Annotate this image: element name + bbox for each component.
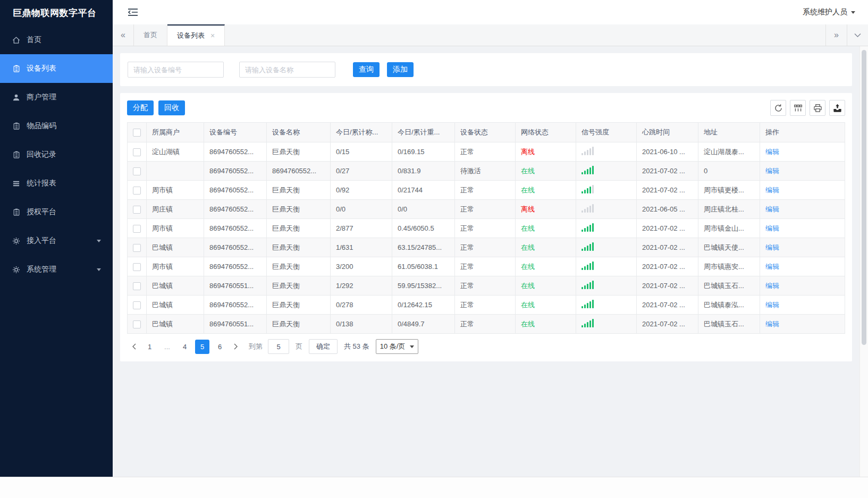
select-caret-icon (410, 345, 414, 350)
content: 查询 添加 分配 回收 所属商户设备编号设备名称今日/累计称...今日/累计重.… (113, 46, 868, 477)
sidebar: 巨鼎物联网数字平台 首页设备列表商户管理物品编码回收记录统计报表授权平台接入平台… (0, 0, 113, 477)
select-all-checkbox[interactable] (133, 129, 141, 137)
sidebar-item-5[interactable]: 回收记录 (0, 140, 113, 169)
today-count-cell: 0/138 (331, 315, 392, 334)
jump-label: 到第 (249, 342, 263, 351)
heartbeat-cell: 2021-07-02 ... (637, 181, 698, 200)
vertical-scrollbar[interactable] (859, 46, 868, 477)
edit-link[interactable]: 编辑 (765, 243, 779, 251)
action-cell: 编辑 (760, 315, 845, 334)
tabs-menu-button[interactable] (847, 24, 868, 46)
close-tab-icon[interactable]: × (210, 32, 215, 39)
device-status-cell: 正常 (455, 142, 516, 162)
row-checkbox[interactable] (133, 206, 141, 214)
clipboard-icon (12, 208, 21, 216)
column-header: 操作 (760, 123, 845, 142)
row-checkbox[interactable] (133, 301, 141, 309)
sidebar-item-3[interactable]: 商户管理 (0, 83, 113, 112)
sidebar-item-4[interactable]: 物品编码 (0, 112, 113, 140)
sidebar-item-6[interactable]: 统计报表 (0, 169, 113, 198)
edit-link[interactable]: 编辑 (765, 263, 779, 271)
query-button[interactable]: 查询 (353, 62, 380, 77)
device-no-input[interactable] (128, 62, 224, 78)
network-status-cell: 在线 (516, 296, 576, 315)
confirm-page-button[interactable]: 确定 (309, 339, 338, 354)
page-button-4[interactable]: 4 (178, 340, 192, 354)
address-cell: 巴城镇玉石... (698, 276, 760, 296)
collapse-sidebar-button[interactable] (128, 8, 138, 16)
user-menu[interactable]: 系统维护人员 (803, 7, 855, 17)
sidebar-item-8[interactable]: 接入平台 (0, 226, 113, 255)
scroll-tabs-left-button[interactable]: « (113, 24, 134, 46)
page-button-5[interactable]: 5 (195, 340, 209, 354)
next-page-button[interactable] (229, 340, 242, 354)
edit-link[interactable]: 编辑 (765, 301, 779, 309)
topbar: 系统维护人员 (113, 0, 868, 24)
table-row: 巴城镇8694760552...巨鼎天衡1/63163.15/24785...正… (128, 238, 845, 257)
jump-page-input[interactable] (268, 339, 289, 354)
row-checkbox[interactable] (133, 320, 141, 328)
network-status: 离线 (521, 205, 535, 213)
vertical-scrollbar-thumb[interactable] (862, 50, 866, 345)
network-status-cell: 在线 (516, 238, 576, 257)
action-cell: 编辑 (760, 181, 845, 200)
row-checkbox[interactable] (133, 148, 141, 156)
row-checkbox[interactable] (133, 187, 141, 195)
sidebar-item-1[interactable]: 首页 (0, 26, 113, 54)
signal-cell (576, 142, 637, 162)
assign-button[interactable]: 分配 (127, 100, 154, 115)
signal-cell (576, 315, 637, 334)
page-button-1[interactable]: 1 (142, 340, 157, 354)
table-row: 周市镇8694760552...巨鼎天衡3/20061.05/6038.1正常在… (128, 257, 845, 276)
edit-link[interactable]: 编辑 (765, 282, 779, 290)
heartbeat-cell: 2021-07-02 ... (637, 296, 698, 315)
edit-link[interactable]: 编辑 (765, 186, 779, 194)
page-button-6[interactable]: 6 (213, 340, 227, 354)
sidebar-item-7[interactable]: 授权平台 (0, 198, 113, 226)
merchant-cell: 周市镇 (147, 181, 204, 200)
row-select-cell (128, 142, 147, 162)
column-header: 地址 (698, 123, 760, 142)
refresh-button[interactable] (770, 100, 786, 116)
row-checkbox[interactable] (133, 263, 141, 271)
tab-2[interactable]: 设备列表× (167, 24, 225, 46)
prev-page-button[interactable] (127, 340, 141, 354)
scroll-tabs-right-button[interactable]: » (825, 24, 847, 46)
device-table: 所属商户设备编号设备名称今日/累计称...今日/累计重...设备状态网络状态信号… (127, 122, 845, 334)
edit-link[interactable]: 编辑 (765, 205, 779, 213)
heartbeat-cell: 2021-07-02 ... (637, 276, 698, 296)
sidebar-item-2[interactable]: 设备列表 (0, 54, 113, 83)
sidebar-item-9[interactable]: 系统管理 (0, 255, 113, 284)
add-button[interactable]: 添加 (387, 62, 414, 77)
merchant-cell: 周市镇 (147, 257, 204, 276)
today-count-cell: 2/877 (331, 219, 392, 238)
device-name-cell: 巨鼎天衡 (267, 315, 331, 334)
sidebar-item-label: 设备列表 (27, 64, 56, 73)
edit-link[interactable]: 编辑 (765, 320, 779, 328)
today-weight-cell: 59.95/15382... (392, 276, 455, 296)
page-size-select[interactable]: 10 条/页 (376, 339, 419, 354)
network-status: 在线 (521, 282, 535, 290)
printer-button[interactable] (810, 100, 825, 116)
columns-icon (794, 104, 803, 113)
row-checkbox[interactable] (133, 225, 141, 233)
sidebar-item-label: 授权平台 (27, 207, 56, 217)
recycle-button[interactable]: 回收 (158, 100, 185, 115)
signal-bars-icon (582, 242, 594, 251)
row-checkbox[interactable] (133, 167, 141, 175)
network-status-cell: 在线 (516, 181, 576, 200)
columns-button[interactable] (790, 100, 806, 116)
edit-link[interactable]: 编辑 (765, 148, 779, 156)
merchant-cell: 巴城镇 (147, 315, 204, 334)
device-no-cell: 8694760552... (204, 219, 267, 238)
action-cell: 编辑 (760, 200, 845, 219)
edit-link[interactable]: 编辑 (765, 167, 779, 175)
row-checkbox[interactable] (133, 244, 141, 252)
device-name-input[interactable] (239, 62, 335, 78)
row-checkbox[interactable] (133, 282, 141, 290)
edit-link[interactable]: 编辑 (765, 224, 779, 232)
network-status-cell: 在线 (516, 315, 576, 334)
export-button[interactable] (829, 100, 845, 116)
tab-1[interactable]: 首页 (134, 24, 167, 46)
device-name-cell: 巨鼎天衡 (267, 257, 331, 276)
